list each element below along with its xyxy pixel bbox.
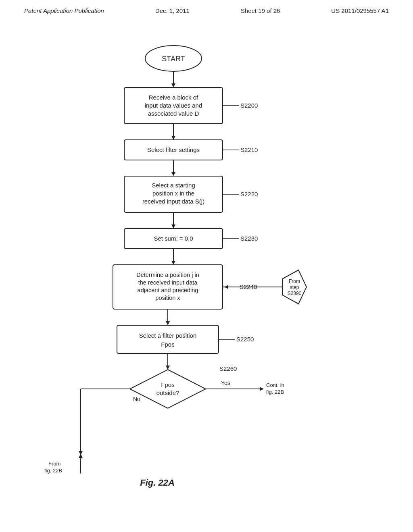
s2260-text-line2: outside? [156,389,179,396]
start-label: START [162,55,185,63]
s2200-text-line1: Receive a block of [149,94,198,101]
svg-marker-2 [171,83,175,87]
s2250-id: S2250 [236,336,254,343]
s2240-text-line1: Determine a position j in [136,272,199,278]
header-date: Dec. 1, 2011 [155,7,190,14]
cont-22b-line2: fig. 22B [266,389,284,395]
s2230-text: Set sum: = 0,0 [154,235,193,242]
no-label: No [133,396,140,402]
s2250-text-line1: Select a filter position [139,332,197,339]
svg-marker-10 [171,172,175,176]
svg-marker-18 [171,261,175,265]
s2220-text-line3: received input data S(j) [142,198,204,205]
s2250-text-line2: Fpos [161,341,174,348]
s2240-text-line4: position x [155,295,180,301]
s2220-text-line2: position x in the [152,190,194,197]
s2200-id: S2200 [240,102,258,109]
s2260-id: S2260 [219,365,237,372]
svg-marker-30 [130,370,206,408]
svg-marker-23 [224,285,228,289]
diagram-area: START Receive a block of input data valu… [0,18,413,522]
yes-label: Yes [221,380,230,386]
svg-marker-32 [260,387,264,391]
page: Patent Application Publication Dec. 1, 2… [0,0,413,532]
fig-label: Fig. 22A [140,478,175,488]
svg-rect-26 [117,325,219,353]
s2210-id: S2210 [240,146,258,153]
header-sheet: Sheet 19 of 26 [241,7,280,14]
svg-marker-6 [171,136,175,140]
s2200-text-line3: associated value D [148,110,199,117]
s2200-text-line2: input data values and [145,102,202,109]
svg-marker-25 [166,321,170,325]
from-s2390-line2: step [290,285,299,290]
from-s2390-line3: S2390 [288,291,302,296]
from-22b-line1: From [48,461,60,467]
cont-22b-line1: Cont. in [266,382,284,388]
from-s2390-line1: From [289,278,300,284]
s2240-text-line2: the received input data [138,279,198,286]
from-22b-line2: fig. 22B [44,468,62,474]
s2240-text-line3: adjacent and preceding [138,287,198,293]
svg-marker-37 [79,453,83,458]
s2260-text-line1: Fpos [161,381,174,388]
s2220-text-line1: Select a starting [152,182,195,189]
s2220-id: S2220 [240,191,258,197]
header: Patent Application Publication Dec. 1, 2… [0,0,413,18]
flowchart-svg: START Receive a block of input data valu… [0,18,413,522]
svg-marker-29 [166,366,170,370]
header-patent: US 2011/0295557 A1 [331,7,389,14]
s2230-id: S2230 [240,235,258,242]
svg-marker-14 [171,224,175,229]
s2210-text: Select filter settings [147,146,200,153]
header-publication: Patent Application Publication [24,7,104,14]
